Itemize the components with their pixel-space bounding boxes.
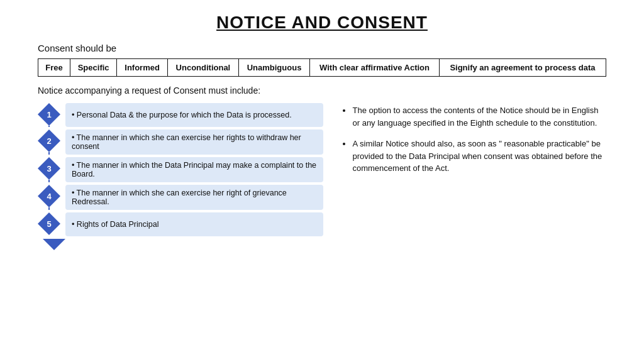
col-affirmative: With clear affirmative Action [310,59,440,77]
step-text: • The manner in which she can exercise h… [65,185,323,210]
col-signify: Signify an agreement to process data [439,59,606,77]
col-free: Free [38,59,70,77]
steps-column: 1 • Personal Data & the purpose for whic… [38,103,323,250]
page: NOTICE AND CONSENT Consent should be Fre… [0,0,644,362]
step-number: 4 [38,185,60,207]
step-number-wrapper: 4 [38,185,60,210]
bullets-column: The option to access the contents of the… [342,103,606,250]
bullet-list: The option to access the contents of the… [342,104,606,175]
step-connector [48,180,50,182]
step-number: 1 [38,103,60,126]
two-col-layout: 1 • Personal Data & the purpose for whic… [38,103,606,250]
step-number-wrapper: 5 [38,212,60,236]
list-item: 5 • Rights of Data Principal [38,212,323,236]
list-item: 3 • The manner in which the Data Princip… [38,157,323,182]
steps-list: 1 • Personal Data & the purpose for whic… [38,103,323,250]
notice-label: Notice accompanying a request of Consent… [38,85,606,96]
step-number-wrapper: 3 [38,157,60,182]
arrow-bottom [38,239,323,250]
step-connector [48,207,50,210]
page-title: NOTICE AND CONSENT [38,13,606,33]
step-number-wrapper: 2 [38,129,60,155]
list-item: A similar Notice should also, as soon as… [352,138,606,175]
col-unambiguous: Unambiguous [238,59,309,77]
list-item: 4 • The manner in which she can exercise… [38,185,323,210]
step-text: • The manner in which she can exercise h… [65,129,323,155]
step-text: • The manner in which the Data Principal… [65,157,323,182]
step-connector [48,126,50,127]
consent-table: Free Specific Informed Unconditional Una… [38,58,606,77]
step-number: 5 [38,212,60,235]
step-number: 2 [38,129,60,152]
col-unconditional: Unconditional [167,59,238,77]
list-item: 1 • Personal Data & the purpose for whic… [38,103,323,127]
consent-label: Consent should be [38,43,606,53]
step-connector [48,152,50,155]
step-text: • Rights of Data Principal [65,212,323,236]
col-informed: Informed [117,59,168,77]
step-number: 3 [38,157,60,180]
list-item: 2 • The manner in which she can exercise… [38,129,323,155]
step-text: • Personal Data & the purpose for which … [65,103,323,127]
arrow-shape [43,239,65,250]
col-specific: Specific [70,59,116,77]
list-item: The option to access the contents of the… [352,104,606,129]
step-number-wrapper: 1 [38,103,60,127]
